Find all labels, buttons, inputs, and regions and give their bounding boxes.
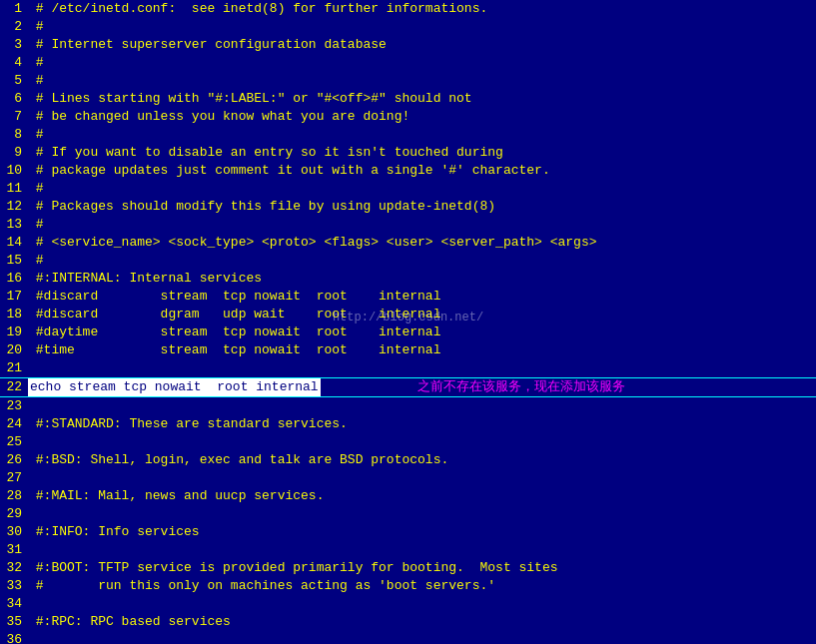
- line-number: 18: [0, 306, 28, 323]
- line-number: 21: [0, 359, 28, 377]
- code-line-33: 33 # run this only on machines acting as…: [0, 577, 816, 595]
- line-number: 20: [0, 341, 28, 359]
- code-line-9: 9 # If you want to disable an entry so i…: [0, 144, 816, 162]
- code-line-29: 29: [0, 505, 816, 523]
- line-number: 34: [0, 595, 28, 613]
- line-number: 26: [0, 451, 28, 469]
- line-content: # If you want to disable an entry so it …: [28, 144, 503, 162]
- code-line-22: 22echo stream tcp nowait root internal之前…: [0, 377, 816, 397]
- line-content: # Internet superserver configuration dat…: [28, 36, 387, 54]
- line-content: #discard stream tcp nowait root internal: [28, 288, 440, 306]
- code-line-30: 30 #:INFO: Info services: [0, 523, 816, 541]
- line-number: 24: [0, 415, 28, 433]
- line-content: #: [28, 252, 44, 270]
- code-line-32: 32 #:BOOT: TFTP service is provided prim…: [0, 559, 816, 577]
- line-number: 17: [0, 288, 28, 306]
- line-number: 2: [0, 18, 28, 36]
- highlighted-line: echo stream tcp nowait root internal: [28, 378, 321, 396]
- line-content: # Packages should modify this file by us…: [28, 198, 495, 216]
- code-line-10: 10 # package updates just comment it out…: [0, 162, 816, 180]
- code-line-12: 12 # Packages should modify this file by…: [0, 198, 816, 216]
- code-line-15: 15 #: [0, 252, 816, 270]
- line-content: # run this only on machines acting as 'b…: [28, 577, 495, 595]
- code-line-13: 13 #: [0, 216, 816, 234]
- code-line-5: 5 #: [0, 72, 816, 90]
- line-number: 27: [0, 469, 28, 487]
- line-content: #: [28, 72, 44, 90]
- line-content: #:BOOT: TFTP service is provided primari…: [28, 559, 558, 577]
- code-line-24: 24 #:STANDARD: These are standard servic…: [0, 415, 816, 433]
- code-line-35: 35 #:RPC: RPC based services: [0, 613, 816, 631]
- line-content: #:INFO: Info services: [28, 523, 200, 541]
- line-number: 32: [0, 559, 28, 577]
- code-line-17: 17 #discard stream tcp nowait root inter…: [0, 288, 816, 306]
- line-number: 5: [0, 72, 28, 90]
- line-content: #:INTERNAL: Internal services: [28, 270, 262, 288]
- line-number: 33: [0, 577, 28, 595]
- code-line-34: 34: [0, 595, 816, 613]
- code-line-16: 16 #:INTERNAL: Internal services: [0, 270, 816, 288]
- line-number: 25: [0, 433, 28, 451]
- code-line-8: 8 #: [0, 126, 816, 144]
- line-number: 19: [0, 323, 28, 341]
- line-content: #time stream tcp nowait root internal: [28, 341, 440, 359]
- code-line-11: 11 #: [0, 180, 816, 198]
- line-content: #:MAIL: Mail, news and uucp services.: [28, 487, 324, 505]
- line-number: 3: [0, 36, 28, 54]
- line-number: 13: [0, 216, 28, 234]
- line-number: 7: [0, 108, 28, 126]
- code-line-25: 25: [0, 433, 816, 451]
- code-line-19: 19 #daytime stream tcp nowait root inter…: [0, 323, 816, 341]
- code-line-4: 4 #: [0, 54, 816, 72]
- line-number: 23: [0, 397, 28, 415]
- editor-container: 1 # /etc/inetd.conf: see inetd(8) for fu…: [0, 0, 816, 644]
- code-line-23: 23: [0, 397, 816, 415]
- line-number: 29: [0, 505, 28, 523]
- line-content: #: [28, 126, 44, 144]
- code-line-31: 31: [0, 541, 816, 559]
- line-number: 31: [0, 541, 28, 559]
- line-number: 30: [0, 523, 28, 541]
- code-line-6: 6 # Lines starting with "#:LABEL:" or "#…: [0, 90, 816, 108]
- line-number: 10: [0, 162, 28, 180]
- code-line-28: 28 #:MAIL: Mail, news and uucp services.: [0, 487, 816, 505]
- code-line-7: 7 # be changed unless you know what you …: [0, 108, 816, 126]
- line-content: #daytime stream tcp nowait root internal: [28, 323, 440, 341]
- line-content: #: [28, 180, 44, 198]
- line-number: 22: [0, 378, 28, 396]
- code-line-1: 1 # /etc/inetd.conf: see inetd(8) for fu…: [0, 0, 816, 18]
- line-number: 15: [0, 252, 28, 270]
- line-content: #:BSD: Shell, login, exec and talk are B…: [28, 451, 448, 469]
- watermark: http://blog.csdn.net/: [333, 311, 483, 324]
- line-number: 12: [0, 198, 28, 216]
- line-content: #:RPC: RPC based services: [28, 613, 231, 631]
- code-line-2: 2 #: [0, 18, 816, 36]
- line-number: 4: [0, 54, 28, 72]
- code-line-27: 27: [0, 469, 816, 487]
- code-line-21: 21: [0, 359, 816, 377]
- line-content: # /etc/inetd.conf: see inetd(8) for furt…: [28, 0, 487, 18]
- line-number: 35: [0, 613, 28, 631]
- line-number: 9: [0, 144, 28, 162]
- line-number: 8: [0, 126, 28, 144]
- line-number: 36: [0, 631, 28, 644]
- code-line-14: 14 # <service_name> <sock_type> <proto> …: [0, 234, 816, 252]
- line-number: 6: [0, 90, 28, 108]
- line-number: 14: [0, 234, 28, 252]
- line-content: # <service_name> <sock_type> <proto> <fl…: [28, 234, 597, 252]
- line-annotation: 之前不存在该服务，现在添加该服务: [417, 378, 625, 396]
- line-content: #: [28, 216, 44, 234]
- line-content: #:STANDARD: These are standard services.: [28, 415, 348, 433]
- line-content: #: [28, 18, 44, 36]
- code-line-20: 20 #time stream tcp nowait root internal: [0, 341, 816, 359]
- line-number: 1: [0, 0, 28, 18]
- line-number: 28: [0, 487, 28, 505]
- code-line-26: 26 #:BSD: Shell, login, exec and talk ar…: [0, 451, 816, 469]
- line-content: # Lines starting with "#:LABEL:" or "#<o…: [28, 90, 472, 108]
- line-number: 11: [0, 180, 28, 198]
- code-line-3: 3 # Internet superserver configuration d…: [0, 36, 816, 54]
- line-content: # package updates just comment it out wi…: [28, 162, 550, 180]
- line-content: # be changed unless you know what you ar…: [28, 108, 409, 126]
- line-number: 16: [0, 270, 28, 288]
- code-line-36: 36: [0, 631, 816, 644]
